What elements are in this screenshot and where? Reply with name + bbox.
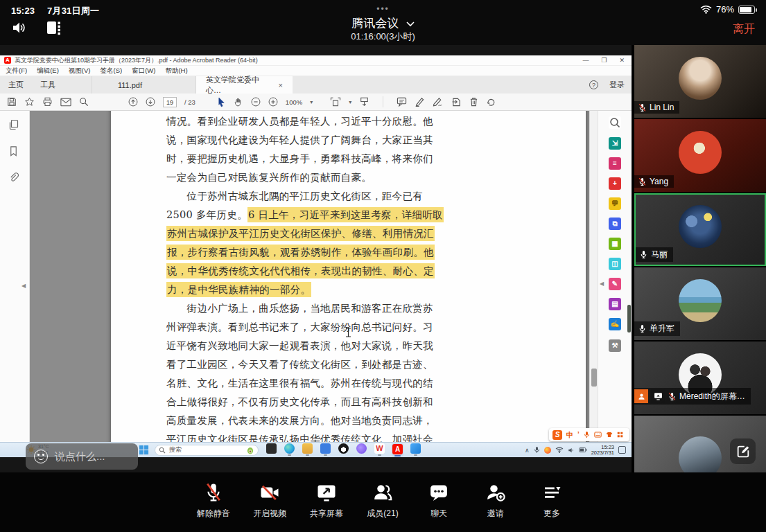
participant-tile-linlin[interactable]: Lin Lin	[634, 45, 766, 118]
tray-wifi-icon[interactable]	[555, 447, 564, 453]
taskbar-app-wps[interactable]: W	[374, 443, 385, 456]
export-pdf-icon[interactable]: ⇲	[609, 137, 621, 150]
chat-button[interactable]: 聊天	[414, 482, 464, 520]
delete-icon[interactable]	[469, 97, 478, 107]
menu-file[interactable]: 文件(F)	[6, 66, 27, 76]
star-icon[interactable]	[24, 97, 35, 107]
ime-punctuation[interactable]: ’	[577, 431, 580, 438]
tab-home[interactable]: 主页	[0, 76, 32, 94]
highlight-icon[interactable]	[415, 97, 425, 107]
login-button[interactable]: 登录	[609, 80, 625, 90]
maximize-button[interactable]: ❐	[601, 57, 607, 64]
multitask-handle[interactable]: •••	[0, 4, 766, 14]
tab-document-active[interactable]: 英文学院党委中心… ×	[195, 76, 293, 94]
scrollbar-thumb[interactable]	[591, 369, 597, 387]
ime-skin-icon[interactable]	[606, 432, 613, 438]
taskbar-app-blue-bird[interactable]	[320, 443, 331, 456]
taskbar-app-explorer[interactable]	[302, 443, 313, 456]
more-button[interactable]: 更多	[527, 482, 577, 520]
comment-tool-icon[interactable]: 💬︎	[609, 197, 621, 210]
ime-mode-chinese[interactable]: 中	[566, 430, 573, 440]
fill-sign-icon[interactable]	[433, 97, 444, 107]
comment-icon[interactable]	[397, 97, 407, 107]
participant-tile-shanshengjun[interactable]: 单升军	[634, 267, 766, 340]
tray-expand-icon[interactable]: ∧	[525, 447, 530, 454]
members-button[interactable]: 成员(21)	[358, 482, 408, 520]
tray-firefox-icon[interactable]	[544, 447, 551, 454]
pdf-page[interactable]: 情况。看到企业研发人员都是年轻人，习近平十分欣慰。他说，国家现代化建设为年轻人提…	[111, 111, 586, 457]
send-sign-icon[interactable]	[451, 97, 462, 107]
edit-pdf-icon[interactable]: ≡	[609, 157, 621, 170]
compress-pdf-icon[interactable]: ◫	[609, 258, 621, 270]
create-pdf-icon[interactable]: +	[609, 177, 621, 190]
zoom-level[interactable]: 100%	[286, 98, 302, 106]
tray-volume-icon[interactable]	[568, 447, 575, 454]
menu-sign[interactable]: 签名(S)	[100, 66, 122, 76]
document-scrollbar[interactable]	[589, 111, 598, 457]
combine-files-icon[interactable]: ⧉	[609, 218, 621, 230]
tools-scrollbar-thumb[interactable]	[627, 305, 631, 332]
zoom-dropdown-icon[interactable]: ▾	[310, 99, 313, 105]
menu-view[interactable]: 视图(V)	[69, 66, 91, 76]
taskbar-app-edge[interactable]	[284, 443, 295, 456]
tab-tools[interactable]: 工具	[32, 76, 64, 94]
tray-mic-icon[interactable]	[534, 446, 540, 454]
select-tool-icon[interactable]	[217, 97, 226, 107]
bookmark-panel-icon[interactable]	[8, 145, 19, 157]
chat-quick-input[interactable]: 说点什么...	[26, 443, 138, 470]
page-down-icon[interactable]	[146, 97, 155, 107]
start-video-button[interactable]: 开启视频	[245, 482, 295, 520]
save-icon[interactable]	[7, 97, 17, 107]
ime-toolbar[interactable]: S 中 ’	[549, 428, 629, 441]
undo-icon[interactable]	[486, 97, 496, 107]
zoom-in-icon[interactable]	[268, 97, 278, 107]
notification-center-icon[interactable]	[618, 446, 626, 454]
taskbar-app-purple[interactable]	[356, 443, 367, 454]
start-icon[interactable]	[139, 445, 149, 455]
fit-dropdown-icon[interactable]: ▾	[349, 99, 351, 105]
panel-collapse-icon[interactable]: ◀	[21, 283, 26, 289]
protect-pdf-icon[interactable]: ▤	[609, 298, 621, 310]
sign-tool-icon[interactable]: ✍	[609, 318, 621, 330]
taskbar-search[interactable]: 搜索	[155, 445, 259, 456]
participant-tile-yang[interactable]: Yang	[634, 119, 766, 192]
window-titlebar[interactable]: A 英文学院党委中心组第10期学习手册（2023年7月）.pdf - Adobe…	[0, 55, 632, 66]
taskbar-app-photos[interactable]	[410, 443, 421, 456]
scroll-mode-icon[interactable]	[359, 97, 369, 107]
participant-tile-mali-active-speaker[interactable]: 马丽	[634, 193, 766, 266]
hand-tool-icon[interactable]	[234, 97, 243, 107]
tools-collapse-icon[interactable]: ◀	[600, 281, 604, 287]
participant-tile-meredith-screen[interactable]: Meredith的屏幕…	[634, 342, 766, 414]
meeting-title[interactable]: 腾讯会议	[0, 15, 766, 31]
attachment-panel-icon[interactable]	[8, 172, 19, 183]
ime-mic-icon[interactable]	[584, 431, 590, 438]
ime-keyboard-icon[interactable]	[594, 432, 602, 438]
menu-help[interactable]: 帮助(H)	[165, 66, 187, 76]
tab-document-111[interactable]: 111.pdf	[92, 76, 168, 94]
taskbar-app-desktop[interactable]	[266, 443, 277, 454]
taskbar-app-acrobat[interactable]: A	[392, 443, 403, 456]
pages-panel-icon[interactable]	[8, 119, 19, 130]
taskbar-clock[interactable]: 15:232023/7/31	[591, 445, 614, 456]
minimize-button[interactable]: —	[582, 57, 589, 64]
leave-meeting-button[interactable]: 离开	[733, 22, 755, 37]
sogou-logo-icon[interactable]: S	[552, 430, 562, 440]
print-icon[interactable]	[42, 97, 53, 107]
unmute-button[interactable]: 解除静音	[189, 482, 238, 520]
share-screen-button[interactable]: 共享屏幕	[302, 482, 351, 520]
ime-toolbox-icon[interactable]	[617, 432, 623, 438]
invite-button[interactable]: 邀请	[471, 482, 521, 520]
search-icon[interactable]	[79, 97, 89, 107]
menu-window[interactable]: 窗口(W)	[132, 66, 155, 76]
close-button[interactable]: ✕	[619, 57, 625, 64]
zoom-out-icon[interactable]	[251, 97, 261, 107]
help-icon[interactable]: ?	[589, 80, 598, 89]
page-number-input[interactable]: 19	[163, 97, 177, 107]
document-canvas[interactable]: 情况。看到企业研发人员都是年轻人，习近平十分欣慰。他说，国家现代化建设为年轻人提…	[30, 111, 589, 457]
page-up-icon[interactable]	[128, 97, 138, 107]
menu-edit[interactable]: 编辑(E)	[37, 66, 59, 76]
zoom-tool-icon[interactable]	[609, 116, 621, 129]
fit-page-icon[interactable]	[330, 97, 341, 107]
taskbar-app-qq[interactable]	[338, 443, 349, 454]
more-tools-icon[interactable]: ⚒	[609, 339, 621, 352]
